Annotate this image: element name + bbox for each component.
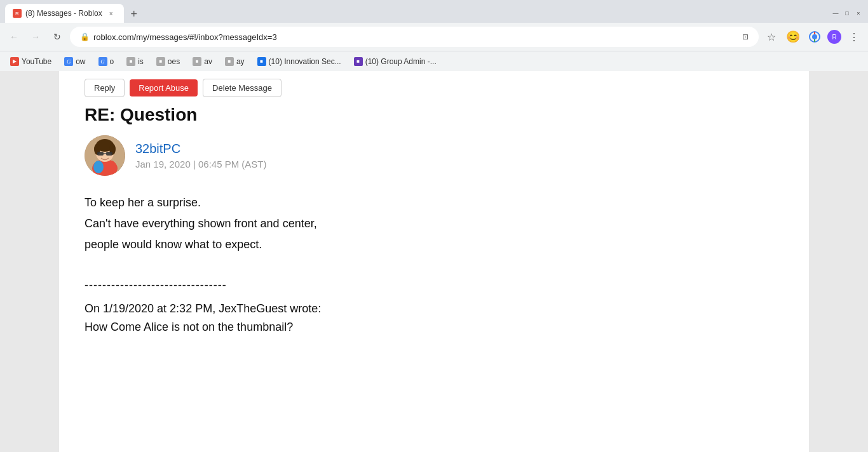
body-line-2: Can't have everything shown front and ce… [85, 215, 783, 233]
sender-info: 32bitPC Jan 19, 2020 | 06:45 PM (AST) [135, 142, 267, 170]
star-icon[interactable]: ☆ [763, 28, 780, 46]
tab-title: (8) Messages - Roblox [25, 9, 102, 18]
body-line-1: To keep her a surprise. [85, 194, 783, 212]
address-bar-row: ← → ↻ 🔒 roblox.com/my/messages/#!/inbox?… [0, 23, 868, 51]
maximize-button[interactable]: □ [843, 9, 851, 18]
svg-rect-10 [97, 152, 104, 156]
bookmark-oes[interactable]: ■ oes [151, 55, 185, 68]
back-button[interactable]: ← [5, 28, 23, 46]
lock-icon: 🔒 [80, 32, 90, 41]
sender-row: 32bitPC Jan 19, 2020 | 06:45 PM (AST) [85, 135, 783, 176]
bookmark-groupadmin-label: (10) Group Admin -... [365, 57, 437, 66]
avatar [85, 135, 125, 176]
active-tab[interactable]: R (8) Messages - Roblox × [5, 4, 124, 23]
groupadmin-favicon: ■ [354, 57, 363, 66]
message-actions: Reply Report Abuse Delete Message [85, 71, 783, 105]
external-link-icon: ⊡ [742, 32, 749, 41]
address-bar[interactable]: 🔒 roblox.com/my/messages/#!/inbox?messag… [70, 27, 759, 47]
tab-close-button[interactable]: × [106, 8, 116, 18]
bookmark-ow[interactable]: G ow [59, 55, 90, 68]
message-subject: RE: Question [85, 105, 783, 125]
bookmark-youtube[interactable]: ▶ YouTube [5, 55, 57, 68]
svg-point-1 [812, 34, 817, 39]
innovation-favicon: ■ [257, 57, 266, 66]
av-favicon: ■ [193, 57, 201, 66]
report-button[interactable]: Report Abuse [130, 79, 198, 96]
quoted-attribution: On 1/19/2020 at 2:32 PM, JexTheGuest wro… [85, 300, 783, 318]
quoted-body: How Come Alice is not on the thumbnail? [85, 318, 783, 336]
o-favicon: G [98, 57, 107, 66]
bookmarks-bar: ▶ YouTube G ow G o ■ is ■ oes ■ av ■ ay … [0, 51, 868, 71]
bookmark-ow-label: ow [76, 57, 85, 66]
url-text: roblox.com/my/messages/#!/inbox?messageI… [93, 32, 738, 42]
delete-button[interactable]: Delete Message [203, 79, 281, 97]
svg-point-5 [106, 161, 116, 173]
new-tab-button[interactable]: + [125, 5, 143, 23]
bookmark-av[interactable]: ■ av [187, 55, 217, 68]
bookmark-ay[interactable]: ■ ay [220, 55, 250, 68]
page-content: Reply Report Abuse Delete Message RE: Qu… [0, 71, 868, 452]
reply-button[interactable]: Reply [85, 79, 125, 97]
ay-favicon: ■ [225, 57, 234, 66]
bookmark-ay-label: ay [236, 57, 245, 66]
forward-button[interactable]: → [27, 28, 44, 46]
close-button[interactable]: × [854, 9, 863, 18]
quote-divider: -------------------------------- [85, 279, 783, 292]
title-bar: R (8) Messages - Roblox × + — □ × [0, 0, 868, 23]
message-body: To keep her a surprise. Can't have every… [85, 194, 783, 253]
tab-bar: R (8) Messages - Roblox × + [5, 4, 824, 23]
avatar-image [85, 135, 125, 176]
refresh-button[interactable]: ↻ [48, 28, 66, 46]
toolbar-icons: ☆ 😊 R ⋮ [763, 28, 863, 46]
bookmark-groupadmin[interactable]: ■ (10) Group Admin -... [349, 55, 442, 68]
tab-favicon: R [13, 9, 22, 18]
bookmark-av-label: av [204, 57, 212, 66]
window-controls: — □ × [824, 9, 863, 18]
oes-favicon: ■ [156, 57, 165, 66]
bookmark-oes-label: oes [168, 57, 180, 66]
sender-timestamp: Jan 19, 2020 | 06:45 PM (AST) [135, 159, 267, 170]
profile-icon-1[interactable]: 😊 [784, 28, 802, 46]
sender-name[interactable]: 32bitPC [135, 142, 267, 156]
ow-favicon: G [64, 57, 73, 66]
message-container: Reply Report Abuse Delete Message RE: Qu… [59, 71, 809, 452]
bookmark-youtube-label: YouTube [22, 57, 51, 66]
bookmark-o[interactable]: G o [93, 55, 119, 68]
svg-point-4 [93, 161, 104, 173]
minimize-button[interactable]: — [831, 9, 840, 18]
bookmark-is-label: is [138, 57, 144, 66]
chrome-icon[interactable] [806, 28, 824, 46]
bookmark-o-label: o [110, 57, 114, 66]
profile-icon-2[interactable]: R [827, 30, 841, 44]
bookmark-innovation-label: (10) Innovation Sec... [269, 57, 341, 66]
youtube-favicon: ▶ [10, 57, 19, 66]
browser-chrome: R (8) Messages - Roblox × + — □ × ← → ↻ … [0, 0, 868, 71]
svg-rect-11 [106, 152, 112, 156]
more-menu-button[interactable]: ⋮ [845, 28, 863, 46]
bookmark-is[interactable]: ■ is [121, 55, 149, 68]
quoted-text: On 1/19/2020 at 2:32 PM, JexTheGuest wro… [85, 300, 783, 336]
body-line-3: people would know what to expect. [85, 236, 783, 254]
is-favicon: ■ [126, 57, 135, 66]
bookmark-innovation[interactable]: ■ (10) Innovation Sec... [252, 55, 346, 68]
